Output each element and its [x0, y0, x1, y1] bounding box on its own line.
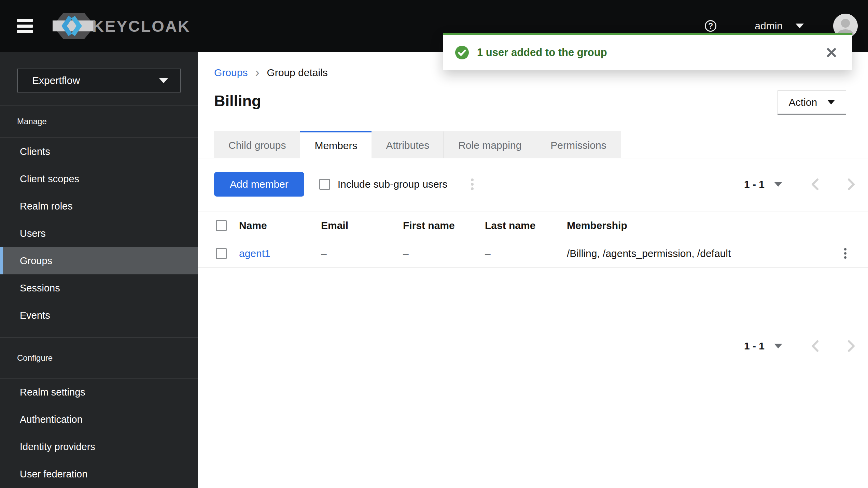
chevron-left-icon — [810, 177, 819, 191]
section-label-configure: Configure — [0, 338, 198, 378]
header-last-name: Last name — [485, 212, 567, 239]
pagination-top: 1 - 1 — [744, 177, 856, 191]
tab-members[interactable]: Members — [300, 131, 372, 159]
sidebar-nav: Expertflow Manage Clients Client scopes … — [0, 52, 198, 488]
chevron-down-icon — [796, 24, 804, 28]
header-name: Name — [239, 212, 321, 239]
pagination-menu-toggle[interactable]: 1 - 1 — [744, 340, 782, 352]
action-label: Action — [789, 97, 817, 108]
table-row: agent1 – – – /Billing, /agents_permissio… — [198, 239, 868, 268]
realm-name: Expertflow — [32, 75, 80, 86]
member-last-name: – — [485, 248, 491, 259]
keycloak-logo[interactable]: KEYCLOAK — [53, 13, 191, 39]
members-table: Name Email First name Last name Membersh… — [198, 212, 868, 268]
include-subgroups-control: Include sub-group users — [319, 178, 448, 190]
main-content: Groups › Group details Billing Action Ch… — [198, 52, 868, 488]
sidebar-item-identity-providers[interactable]: Identity providers — [0, 433, 198, 460]
table-header-row: Name Email First name Last name Membersh… — [198, 212, 868, 239]
add-member-button[interactable]: Add member — [214, 172, 304, 197]
sidebar-item-authentication[interactable]: Authentication — [0, 406, 198, 433]
pagination-range: 1 - 1 — [744, 178, 765, 190]
chevron-right-icon — [847, 177, 856, 191]
chevron-right-icon — [847, 339, 856, 353]
success-check-icon — [455, 46, 469, 59]
username: admin — [755, 20, 783, 32]
sidebar-item-groups[interactable]: Groups — [0, 247, 198, 274]
breadcrumb-current: Group details — [267, 67, 327, 78]
breadcrumb-groups-link[interactable]: Groups — [214, 67, 248, 78]
chevron-down-icon — [774, 182, 782, 187]
sidebar-item-user-federation[interactable]: User federation — [0, 460, 198, 488]
sidebar-item-users[interactable]: Users — [0, 220, 198, 247]
select-all-checkbox[interactable] — [216, 220, 227, 231]
previous-page-button[interactable] — [810, 339, 819, 353]
row-kebab-menu[interactable] — [841, 245, 868, 262]
members-toolbar: Add member Include sub-group users 1 - 1 — [198, 158, 868, 210]
page-title: Billing — [214, 92, 868, 110]
chevron-down-icon — [827, 100, 835, 104]
close-icon[interactable] — [826, 47, 837, 58]
tab-attributes[interactable]: Attributes — [372, 131, 444, 158]
chevron-right-icon: › — [255, 68, 259, 78]
member-email: – — [321, 248, 327, 259]
chevron-left-icon — [810, 339, 819, 353]
row-checkbox[interactable] — [216, 248, 227, 259]
next-page-button[interactable] — [847, 339, 856, 353]
alert-message: 1 user added to the group — [477, 46, 607, 59]
header-email: Email — [321, 212, 403, 239]
pagination-nav — [782, 177, 856, 191]
section-label-manage: Manage — [0, 105, 198, 138]
sidebar-item-clients[interactable]: Clients — [0, 138, 198, 165]
sidebar-item-client-scopes[interactable]: Client scopes — [0, 165, 198, 192]
hamburger-menu-icon[interactable] — [17, 19, 33, 33]
previous-page-button[interactable] — [810, 177, 819, 191]
next-page-button[interactable] — [847, 177, 856, 191]
sidebar-item-realm-roles[interactable]: Realm roles — [0, 192, 198, 220]
include-subgroups-checkbox[interactable] — [319, 179, 330, 190]
member-first-name: – — [403, 248, 409, 259]
pagination-bottom-wrap: 1 - 1 — [198, 325, 868, 367]
pagination-range: 1 - 1 — [744, 340, 765, 352]
sidebar-item-realm-settings[interactable]: Realm settings — [0, 378, 198, 406]
pagination-bottom: 1 - 1 — [744, 325, 856, 367]
sidebar-item-events[interactable]: Events — [0, 302, 198, 329]
action-dropdown-button[interactable]: Action — [778, 90, 846, 115]
pagination-menu-toggle[interactable]: 1 - 1 — [744, 178, 782, 190]
sidebar-item-sessions[interactable]: Sessions — [0, 274, 198, 302]
chevron-down-icon — [774, 344, 782, 348]
help-icon[interactable]: ? — [705, 20, 716, 32]
keycloak-hexagon-icon — [53, 13, 95, 39]
member-name-link[interactable]: agent1 — [239, 248, 270, 259]
include-subgroups-label: Include sub-group users — [338, 178, 448, 190]
pagination-nav — [782, 339, 856, 353]
toolbar-kebab-menu[interactable] — [467, 175, 477, 193]
tab-role-mapping[interactable]: Role mapping — [444, 131, 536, 158]
keycloak-admin-console: KEYCLOAK ? admin Expertflow Manage — [0, 0, 868, 488]
header-first-name: First name — [403, 212, 485, 239]
member-membership: /Billing, /agents_permission, /default — [567, 248, 731, 259]
user-dropdown[interactable]: admin — [755, 20, 804, 32]
chevron-down-icon — [159, 78, 168, 83]
tab-bar: Child groups Members Attributes Role map… — [198, 131, 868, 158]
realm-selector[interactable]: Expertflow — [17, 69, 181, 92]
header-membership: Membership — [567, 212, 841, 239]
tab-permissions[interactable]: Permissions — [536, 131, 620, 158]
brand-text: KEYCLOAK — [92, 17, 191, 35]
success-alert: 1 user added to the group — [443, 33, 852, 70]
tab-child-groups[interactable]: Child groups — [214, 131, 300, 158]
